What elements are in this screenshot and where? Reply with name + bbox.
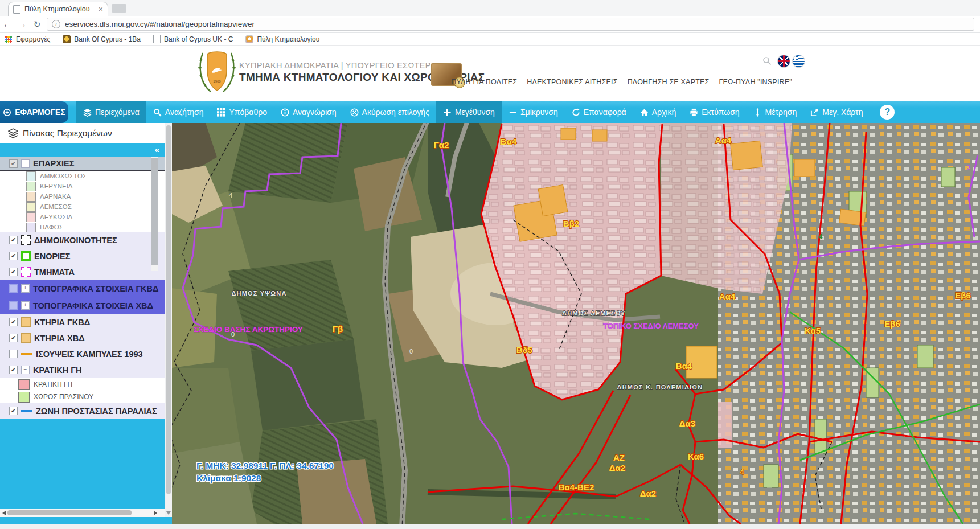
help-button[interactable]: ? (880, 105, 895, 120)
toolbar-item-measure[interactable]: Μέτρηση (747, 101, 804, 123)
layer-row[interactable]: ΖΩΝΗ ΠΡΟΣΤΑΣΙΑΣ ΠΑΡΑΛΙΑΣ (0, 403, 165, 419)
expand-icon[interactable]: + (21, 301, 30, 310)
map-label: Δα2 (640, 489, 656, 498)
toolbar-item-zoom-out[interactable]: Σμίκρυνση (502, 101, 565, 123)
layer-checkbox[interactable] (9, 252, 18, 260)
map-label: ΤΟΠΙΚΟ ΣΧΕΔΙΟ ΛΕΜΕΣΟΥ (603, 322, 699, 330)
browser-tab[interactable]: Πύλη Κτηματολογίου × (8, 2, 108, 16)
layer-row[interactable]: ΚΕΡΥΝΕΙΑ (0, 181, 165, 191)
ministry-title: ΚΥΠΡΙΑΚΗ ΔΗΜΟΚΡΑΤΙΑ | ΥΠΟΥΡΓΕΙΟ ΕΣΩΤΕΡΙΚ… (239, 61, 452, 70)
horizontal-scrollbar[interactable] (0, 509, 165, 517)
toolbar-item-maximize[interactable]: Μεγ. Χάρτη (803, 101, 870, 123)
map-label: Αα4 (719, 292, 736, 301)
toolbar-item-cancel[interactable]: Ακύρωση επιλογής (343, 101, 436, 123)
collapse-icon[interactable]: − (21, 159, 30, 168)
layer-row[interactable]: +ΤΟΠΟΓΡΑΦΙΚΑ ΣΤΟΙΧΕΙΑ ΓΚΒΔ (0, 280, 165, 297)
scroll-down-arrow-icon[interactable] (166, 511, 171, 515)
tree-vertical-scrollbar[interactable] (151, 157, 158, 271)
layer-checkbox[interactable] (9, 268, 18, 276)
map-toolbar: ΕΦΑΡΜΟΓΕΣ ΠεριεχόμεναΑναζήτησηΥπόβαθροΑν… (0, 101, 980, 123)
layer-checkbox[interactable] (9, 318, 18, 326)
bookmark-item[interactable]: Bank Of Cyprus - 1Ba (63, 35, 141, 43)
layer-row[interactable]: ΚΤΗΡΙΑ ΧΒΔ (0, 330, 165, 346)
applications-button[interactable]: ΕΦΑΡΜΟΓΕΣ (0, 101, 68, 123)
header-nav-link[interactable]: ΠΛΟΗΓΗΣΗ ΣΕ ΧΑΡΤΕΣ (628, 78, 710, 86)
layer-row[interactable]: ΛΕΜΕΣΟΣ (0, 202, 165, 212)
layer-row[interactable]: ΚΡΑΤΙΚΗ ΓΗ (0, 378, 165, 391)
tab-close-icon[interactable]: × (99, 5, 103, 14)
sidebar-vertical-scrollbar[interactable] (165, 123, 172, 517)
expand-icon[interactable]: + (21, 284, 30, 293)
layer-checkbox[interactable] (9, 350, 18, 358)
layer-row[interactable]: ΙΣΟΥΨΕΙΣ ΚΑΜΠΥΛΕΣ 1993 (0, 346, 165, 362)
layer-row[interactable]: ΛΕΥΚΩΣΙΑ (0, 212, 165, 222)
reload-button[interactable]: ↻ (30, 19, 44, 30)
scroll-right-arrow-icon[interactable] (154, 511, 157, 515)
bookmark-label: Εφαρμογές (16, 35, 50, 43)
map-label: Αα4 (715, 136, 732, 145)
layer-checkbox[interactable] (9, 159, 18, 168)
toolbar-item-layers[interactable]: Περιεχόμενα (76, 101, 146, 123)
toolbar-item-home[interactable]: Αρχική (633, 101, 683, 123)
header-nav-link[interactable]: ΠΥΛΗ ΓΙΑ ΠΟΛΙΤΕΣ (451, 78, 517, 86)
new-tab-button[interactable] (112, 4, 126, 13)
layer-row[interactable]: ΕΝΟΡΙΕΣ (0, 248, 165, 264)
toolbar-item-label: Υπόβαθρο (229, 108, 266, 117)
layer-checkbox[interactable] (9, 334, 18, 342)
english-language-flag[interactable] (778, 55, 790, 67)
layer-label: ΤΟΠΟΓΡΑΦΙΚΑ ΣΤΟΙΧΕΙΑ ΓΚΒΔ (33, 284, 158, 293)
map-label: Δα2 (609, 463, 625, 473)
layer-checkbox[interactable] (9, 366, 18, 374)
browser-toolbar: ← → ↻ i eservices.dls.moi.gov.cy/#/natio… (0, 16, 980, 33)
bookmark-item[interactable]: Πύλη Κτηματολογίου (245, 35, 319, 43)
toolbar-item-search[interactable]: Αναζήτηση (146, 101, 211, 123)
header-nav-link[interactable]: ΗΛΕΚΤΡΟΝΙΚΕΣ ΑΙΤΗΣΕΙΣ (527, 78, 617, 86)
address-bar[interactable]: i eservices.dls.moi.gov.cy/#/national/ge… (47, 18, 974, 31)
layer-label: ΧΩΡΟΣ ΠΡΑΣΙΝΟΥ (34, 393, 93, 401)
layer-checkbox[interactable] (9, 301, 18, 310)
collapse-icon[interactable]: − (21, 366, 30, 374)
toolbar-item-reset[interactable]: Επαναφορά (565, 101, 633, 123)
horizontal-scroll-thumb[interactable] (7, 510, 132, 515)
collapse-sidebar-icon[interactable]: « (155, 145, 159, 154)
tree-scroll-thumb[interactable] (151, 158, 158, 265)
map-viewport[interactable]: Γα2Βα4Αα4Ββ2ΔΗΜΟΣ ΥΨΩΝΑΣΧΕΔΙΟ ΒΑΣΗΣ ΑΚΡΩ… (172, 123, 980, 524)
layer-row[interactable]: +ΤΟΠΟΓΡΑΦΙΚΑ ΣΤΟΙΧΕΙΑ ΧΒΔ (0, 297, 165, 314)
sidebar-header-strip: « (0, 143, 165, 157)
back-button[interactable]: ← (0, 19, 15, 30)
scroll-left-arrow-icon[interactable] (2, 511, 6, 515)
layer-checkbox[interactable] (9, 284, 18, 293)
sidebar-bottom-strip (0, 517, 172, 524)
layer-checkbox[interactable] (9, 236, 18, 244)
header-search-input[interactable] (595, 54, 773, 69)
layer-label: ΚΕΡΥΝΕΙΑ (40, 183, 73, 190)
toolbar-item-identify[interactable]: Αναγνώριση (274, 101, 343, 123)
layer-row[interactable]: ΚΤΗΡΙΑ ΓΚΒΔ (0, 314, 165, 330)
layer-row[interactable]: ΑΜΜΟΧΩΣΤΟΣ (0, 171, 165, 181)
forward-button: → (15, 19, 30, 30)
toolbar-item-zoom-in[interactable]: Μεγέθυνση (436, 101, 502, 123)
layer-label: ΚΡΑΤΙΚΗ ΓΗ (33, 366, 81, 375)
site-info-icon[interactable]: i (52, 20, 60, 28)
bookmark-item[interactable]: Εφαρμογές (5, 35, 50, 43)
layers-icon (83, 108, 92, 117)
layer-row[interactable]: ΛΑΡΝΑΚΑ (0, 191, 165, 202)
layer-row[interactable]: −ΚΡΑΤΙΚΗ ΓΗ (0, 362, 165, 378)
bookmark-item[interactable]: Bank of Cyprus UK - C (153, 35, 233, 43)
layer-row[interactable]: ΧΩΡΟΣ ΠΡΑΣΙΝΟΥ (0, 391, 165, 403)
toolbar-item-print[interactable]: Εκτύπωση (683, 101, 746, 123)
layer-row[interactable]: −ΕΠΑΡΧΙΕΣ (0, 157, 165, 171)
layer-row[interactable]: ΔΗΜΟΙ/ΚΟΙΝΟΤΗΤΕΣ (0, 232, 165, 248)
greek-language-flag[interactable] (793, 55, 805, 67)
sidebar-scroll-thumb[interactable] (166, 125, 171, 494)
layer-label: ΠΑΦΟΣ (40, 224, 63, 231)
url-text: eservices.dls.moi.gov.cy/#/national/geop… (65, 20, 255, 28)
toolbar-item-basemap[interactable]: Υπόβαθρο (210, 101, 273, 123)
layer-row[interactable]: ΤΜΗΜΑΤΑ (0, 264, 165, 280)
header-nav-link[interactable]: ΓΕΩ-ΠΥΛΗ "INSPIRE" (719, 78, 792, 86)
toolbar-item-label: Αρχική (652, 108, 676, 117)
zoom-in-icon (443, 108, 452, 117)
search-icon[interactable] (762, 56, 772, 68)
layer-row[interactable]: ΠΑΦΟΣ (0, 222, 165, 232)
layer-checkbox[interactable] (9, 407, 18, 415)
